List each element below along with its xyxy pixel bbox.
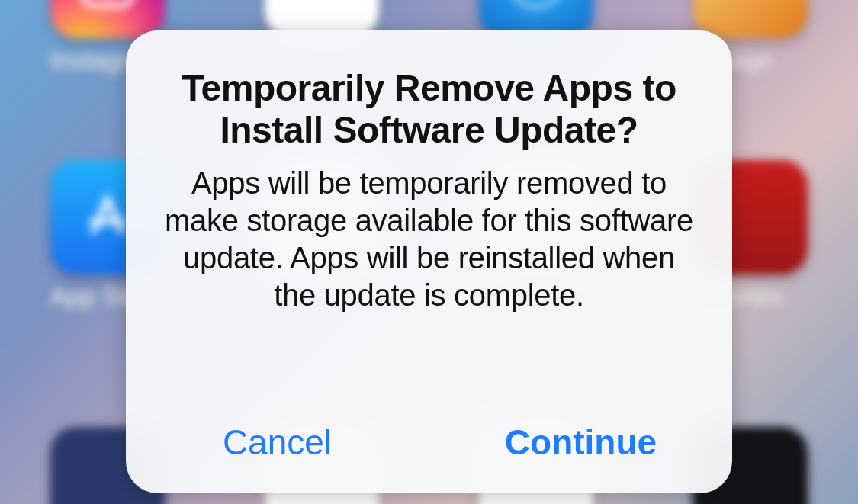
alert-body: Temporarily Remove Apps to Install Softw… bbox=[126, 30, 732, 390]
alert-title: Temporarily Remove Apps to Install Softw… bbox=[162, 67, 696, 151]
alert-message: Apps will be temporarily removed to make… bbox=[162, 165, 696, 313]
cancel-button[interactable]: Cancel bbox=[126, 390, 429, 493]
continue-button[interactable]: Continue bbox=[429, 390, 732, 493]
system-alert-dialog: Temporarily Remove Apps to Install Softw… bbox=[126, 30, 732, 493]
svg-rect-0 bbox=[82, 0, 132, 5]
svg-point-3 bbox=[510, 0, 562, 7]
alert-actions: Cancel Continue bbox=[126, 390, 732, 493]
app-label: age bbox=[729, 46, 773, 75]
